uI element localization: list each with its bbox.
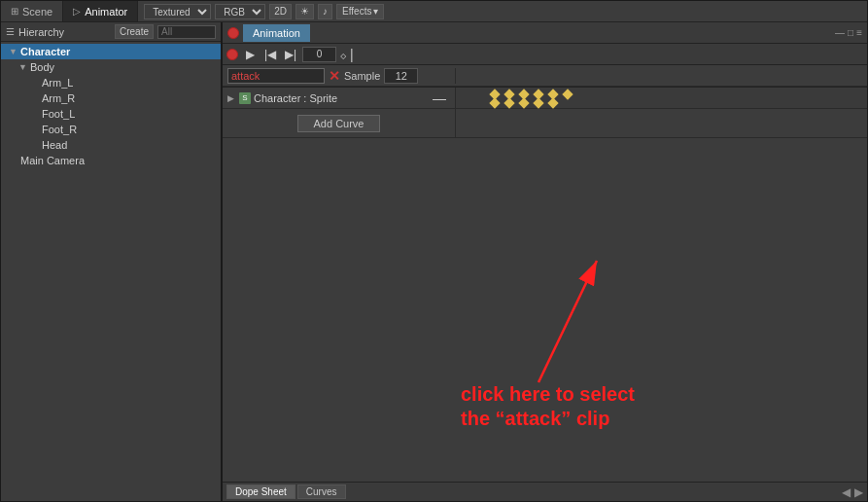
keyframe-10 bbox=[533, 97, 543, 108]
tree-label-foot-r: Foot_R bbox=[42, 122, 77, 137]
twod-button[interactable]: 2D bbox=[269, 4, 292, 19]
prev-frame-button[interactable]: |◀ bbox=[261, 46, 279, 63]
maximize-icon[interactable]: □ bbox=[848, 27, 853, 38]
track-label-sprite: ▶ S Character : Sprite — bbox=[223, 88, 456, 108]
sample-label: Sample bbox=[344, 70, 380, 82]
timecode-input[interactable] bbox=[302, 47, 336, 62]
frame-advance-icon: | bbox=[350, 47, 354, 62]
add-curve-label-area: Add Curve bbox=[223, 108, 456, 139]
empty-track-area bbox=[223, 138, 867, 482]
tree-arrow-foot-r bbox=[30, 122, 40, 137]
hierarchy-controls: Create bbox=[115, 24, 216, 39]
tree-arrow-body: ▼ bbox=[18, 59, 28, 75]
tree-label-main-camera: Main Camera bbox=[20, 153, 85, 168]
create-button[interactable]: Create bbox=[115, 24, 154, 39]
scroll-arrows: ◀ ▶ bbox=[842, 485, 863, 499]
record-button[interactable] bbox=[226, 49, 238, 60]
anim-toolbar: ▶ |◀ ▶| ⬦ | bbox=[223, 44, 867, 65]
scroll-left-icon[interactable]: ◀ bbox=[842, 485, 851, 499]
top-bar: ⊞ Scene ▷ Animator Textured RGB 2D ☀ ♪ E… bbox=[1, 1, 867, 22]
tree-label-character: Character bbox=[20, 44, 70, 59]
track-collapse-icon[interactable]: ▶ bbox=[227, 93, 234, 103]
keyframe-group-upper bbox=[489, 90, 573, 98]
add-curve-button[interactable]: Add Curve bbox=[297, 115, 381, 132]
keyframe-group-lower bbox=[489, 99, 559, 107]
tree-label-body: Body bbox=[30, 59, 54, 75]
audio-button[interactable]: ♪ bbox=[318, 4, 332, 19]
anim-panel-icons: — □ ≡ bbox=[835, 27, 862, 38]
tree-label-arm-r: Arm_R bbox=[42, 90, 75, 106]
tree-arrow-foot-l bbox=[30, 106, 40, 122]
menu-icon[interactable]: ≡ bbox=[856, 27, 862, 38]
content-area: ☰ Hierarchy Create ▼ Character ▼ Body bbox=[1, 22, 867, 501]
record-indicator bbox=[227, 27, 239, 39]
bottom-bar: Dope Sheet Curves ◀ ▶ bbox=[223, 482, 867, 501]
tree-item-foot-r[interactable]: Foot_R bbox=[1, 122, 221, 137]
add-curve-row: Add Curve bbox=[223, 109, 867, 138]
animation-panel: Animation — □ ≡ ▶ |◀ ▶| ⬦ | bbox=[223, 22, 867, 501]
sprite-icon: S bbox=[239, 92, 251, 104]
track-timeline-sprite[interactable] bbox=[456, 88, 867, 108]
animator-icon: ▷ bbox=[73, 6, 81, 17]
next-frame-button[interactable]: ▶| bbox=[282, 46, 299, 63]
keyframe-11 bbox=[547, 97, 558, 108]
tree-item-arm-r[interactable]: Arm_R bbox=[1, 90, 221, 106]
scene-icon: ⊞ bbox=[11, 6, 18, 17]
tree-item-foot-l[interactable]: Foot_L bbox=[1, 106, 221, 122]
tree-item-character[interactable]: ▼ Character bbox=[1, 44, 221, 59]
tree-arrow-character: ▼ bbox=[9, 44, 18, 59]
track-row-sprite: ▶ S Character : Sprite — bbox=[223, 88, 867, 109]
keyframe-8 bbox=[503, 97, 514, 108]
tree-arrow-arm-r bbox=[30, 90, 40, 106]
hierarchy-body: ▼ Character ▼ Body Arm_L Arm_R bbox=[1, 42, 221, 501]
tab-animator[interactable]: ▷ Animator bbox=[63, 1, 138, 21]
hierarchy-title-label: Hierarchy bbox=[18, 26, 64, 38]
tree-label-head: Head bbox=[42, 137, 67, 153]
keyframe-6 bbox=[562, 89, 573, 99]
tree-arrow-arm-l bbox=[30, 75, 40, 90]
rgb-select[interactable]: RGB bbox=[215, 4, 265, 19]
play-button[interactable]: ▶ bbox=[241, 46, 259, 63]
tree-arrow-head bbox=[30, 137, 40, 153]
bottom-tabs: Dope Sheet Curves bbox=[226, 484, 346, 499]
clip-remove-button[interactable]: ✕ bbox=[329, 68, 340, 84]
textured-select[interactable]: Textured bbox=[144, 4, 211, 19]
hierarchy-search-input[interactable] bbox=[157, 25, 216, 39]
main-container: ⊞ Scene ▷ Animator Textured RGB 2D ☀ ♪ E… bbox=[0, 0, 868, 502]
diamond-icon: ⬦ bbox=[339, 47, 347, 62]
scene-tab-label: Scene bbox=[22, 6, 52, 18]
clip-area: ✕ Sample 0 0:06 1:00 1:06 2:00 bbox=[223, 65, 867, 88]
effects-chevron-icon: ▾ bbox=[373, 6, 378, 17]
clip-name-input[interactable] bbox=[227, 68, 325, 84]
tree-item-arm-l[interactable]: Arm_L bbox=[1, 75, 221, 90]
effects-button[interactable]: Effects ▾ bbox=[336, 4, 384, 19]
keyframe-9 bbox=[518, 97, 529, 108]
clip-row: ✕ Sample 0 0:06 1:00 1:06 2:00 bbox=[223, 65, 867, 87]
tab-scene[interactable]: ⊞ Scene bbox=[1, 1, 63, 21]
dope-sheet-tab[interactable]: Dope Sheet bbox=[226, 484, 295, 499]
tree-arrow-camera bbox=[9, 153, 18, 168]
scroll-right-icon[interactable]: ▶ bbox=[854, 485, 863, 499]
minimize-icon[interactable]: — bbox=[835, 27, 845, 38]
effects-label: Effects bbox=[342, 6, 371, 17]
sun-button[interactable]: ☀ bbox=[295, 4, 314, 19]
keyframe-7 bbox=[489, 97, 500, 108]
hierarchy-title: ☰ Hierarchy bbox=[6, 26, 64, 38]
hierarchy-header: ☰ Hierarchy Create bbox=[1, 22, 221, 42]
tab-bar: ⊞ Scene ▷ Animator bbox=[1, 1, 138, 21]
tree-label-foot-l: Foot_L bbox=[42, 106, 75, 122]
tree-item-main-camera[interactable]: Main Camera bbox=[1, 153, 221, 168]
clip-name-area: ✕ Sample bbox=[223, 68, 456, 84]
track-area: ▶ S Character : Sprite — bbox=[223, 88, 867, 482]
tree-item-body[interactable]: ▼ Body bbox=[1, 59, 221, 75]
curves-tab[interactable]: Curves bbox=[297, 484, 346, 499]
tree-label-arm-l: Arm_L bbox=[42, 75, 73, 90]
animation-tab[interactable]: Animation bbox=[243, 24, 310, 42]
track-remove-button[interactable]: — bbox=[429, 90, 450, 106]
anim-panel-header: Animation — □ ≡ bbox=[223, 22, 867, 44]
tree-item-head[interactable]: Head bbox=[1, 137, 221, 153]
sample-value-input[interactable] bbox=[384, 68, 418, 84]
animator-tab-label: Animator bbox=[85, 6, 127, 18]
hierarchy-panel: ☰ Hierarchy Create ▼ Character ▼ Body bbox=[1, 22, 223, 501]
track-name-sprite: Character : Sprite bbox=[254, 92, 337, 104]
